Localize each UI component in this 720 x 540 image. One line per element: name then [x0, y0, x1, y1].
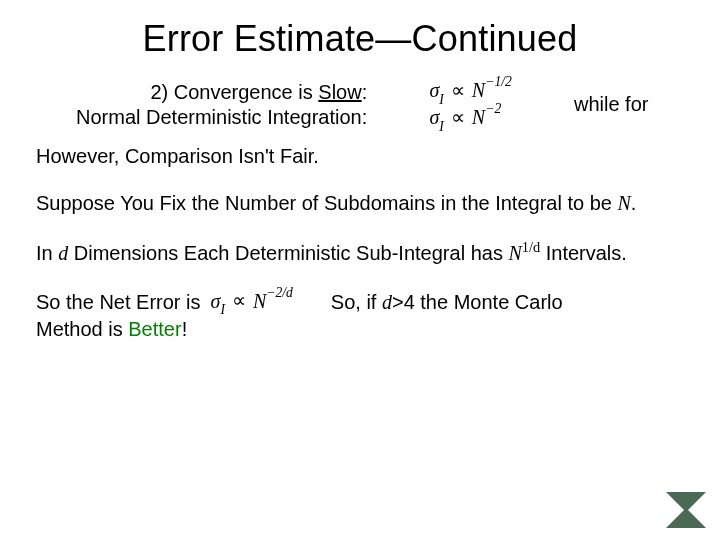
convergence-row: 2) Convergence is Slow: Normal Determini…: [36, 78, 684, 132]
formula-sigma-n-minus-two: σI ∝ N−2: [429, 105, 511, 132]
propto: ∝: [449, 79, 467, 101]
var-N: N: [472, 79, 485, 101]
exp-minus-2-over-d: −2/d: [266, 285, 293, 300]
formula-sigma-n-minus-2-over-d: σI ∝ N−2/d: [211, 288, 293, 318]
text: >4 the Monte Carlo: [392, 291, 563, 313]
slide-title: Error Estimate—Continued: [36, 18, 684, 60]
text-method-better: Method is Better!: [36, 317, 684, 342]
var-d: d: [382, 291, 392, 313]
subscript-I: I: [220, 302, 225, 317]
text-net-error: So the Net Error is: [36, 290, 201, 315]
var-N: N: [508, 242, 521, 264]
sigma: σ: [429, 79, 439, 101]
propto: ∝: [230, 289, 248, 311]
text: 2) Convergence is: [150, 81, 318, 103]
slow-underlined: Slow: [318, 81, 361, 103]
propto: ∝: [449, 106, 467, 128]
slide-body: 2) Convergence is Slow: Normal Determini…: [36, 78, 684, 342]
convergence-formulas: σI ∝ N−1/2 σI ∝ N−2: [425, 78, 515, 132]
exp-minus-half: −1/2: [485, 74, 512, 89]
text: Dimensions Each Deterministic Sub-Integr…: [68, 242, 508, 264]
text-so-if: So, if d>4 the Monte Carlo: [331, 290, 563, 315]
var-N: N: [253, 289, 266, 311]
subscript-I: I: [439, 92, 444, 107]
paragraph-fix-subdomains: Suppose You Fix the Number of Subdomains…: [36, 191, 684, 216]
text: Method is: [36, 318, 128, 340]
convergence-left-text: 2) Convergence is Slow: Normal Determini…: [36, 80, 367, 130]
subscript-I: I: [439, 119, 444, 134]
text: :: [362, 81, 368, 103]
var-N: N: [472, 106, 485, 128]
text: .: [631, 192, 637, 214]
paragraph-comparison: However, Comparison Isn't Fair.: [36, 144, 684, 169]
var-N: N: [617, 192, 630, 214]
text: !: [182, 318, 188, 340]
text: In: [36, 242, 58, 264]
exp-minus-two: −2: [485, 101, 501, 116]
better-green: Better: [128, 318, 181, 340]
sigma: σ: [429, 106, 439, 128]
exp-1-over-d: 1/d: [522, 239, 540, 255]
while-for-text: while for: [574, 92, 684, 117]
hourglass-logo-icon: [664, 490, 708, 530]
paragraph-dimensions: In d Dimensions Each Deterministic Sub-I…: [36, 238, 684, 266]
var-d: d: [58, 242, 68, 264]
text: Normal Deterministic Integration:: [76, 105, 367, 130]
sigma: σ: [211, 289, 221, 311]
text: So, if: [331, 291, 382, 313]
text: Intervals.: [540, 242, 627, 264]
paragraph-net-error: So the Net Error is σI ∝ N−2/d So, if d>…: [36, 288, 684, 343]
text: Suppose You Fix the Number of Subdomains…: [36, 192, 617, 214]
slide: Error Estimate—Continued 2) Convergence …: [0, 0, 720, 540]
